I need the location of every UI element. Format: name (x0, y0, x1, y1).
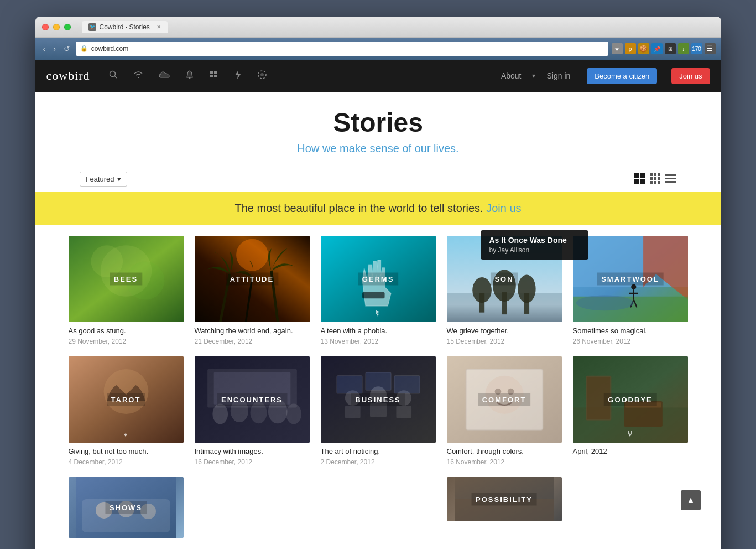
story-card-encounters[interactable]: ENCOUNTERS Intimacy with images. 16 Dece… (195, 356, 310, 466)
story-title-tarot: Giving, but not too much. (69, 447, 184, 457)
grid-large-view-icon[interactable] (634, 173, 646, 185)
tab-favicon: 🐦 (88, 23, 96, 31)
join-us-button[interactable]: Join us (671, 68, 710, 84)
url-icon: 🔒 (80, 45, 88, 53)
site-logo[interactable]: cowbird (46, 69, 90, 83)
page-subtitle: How we make sense of our lives. (46, 142, 710, 155)
svg-line-1 (114, 76, 117, 79)
ext-blue1-icon[interactable]: 📌 (651, 43, 663, 54)
promo-join-link[interactable]: Join us (486, 202, 521, 214)
story-title-encounters: Intimacy with images. (195, 447, 310, 457)
story-card-comfort[interactable]: COMFORT Comfort, through colors. 16 Nove… (447, 356, 562, 466)
about-link[interactable]: About (501, 71, 522, 80)
nav-bar: cowbird About (35, 60, 721, 92)
promo-banner: The most beautiful place in the world to… (35, 192, 721, 225)
story-card-possibility[interactable]: POSSIBILITY (447, 477, 562, 542)
story-card-goodbye[interactable]: GOODBYE 🎙 April, 2012 (573, 356, 688, 466)
story-title-attitude: Watching the world end, again. (195, 327, 310, 336)
back-button[interactable]: ‹ (41, 43, 48, 54)
story-title-son: We grieve together. (447, 327, 562, 336)
story-title-smartwool: Sometimes so magical. (573, 327, 688, 336)
ext-dark-icon[interactable]: ⊞ (665, 43, 676, 54)
promo-text: The most beautiful place in the world to… (234, 202, 483, 214)
story-card-business[interactable]: BUSINESS The art of noticing. 2 December… (321, 356, 436, 466)
ext-green-icon[interactable]: ↓ (678, 43, 689, 54)
svg-rect-16 (650, 177, 653, 180)
mic-icon-goodbye: 🎙 (627, 429, 634, 438)
story-thumb-shows: SHOWS (69, 477, 184, 538)
story-thumb-possibility: POSSIBILITY (447, 477, 562, 521)
wifi-icon[interactable] (131, 68, 145, 84)
story-thumb-business: BUSINESS (321, 356, 436, 443)
featured-filter-button[interactable]: Featured ▾ (80, 172, 127, 187)
cloud-icon[interactable] (157, 69, 172, 83)
svg-point-8 (260, 73, 264, 76)
become-citizen-button[interactable]: Become a citizen (587, 68, 657, 84)
svg-rect-22 (665, 174, 676, 176)
tooltip-author: by Jay Allison (489, 246, 580, 254)
svg-rect-65 (345, 406, 360, 418)
close-btn[interactable] (42, 24, 49, 30)
filter-bar: Featured ▾ (35, 172, 721, 187)
story-card-shows[interactable]: SHOWS (69, 477, 184, 542)
svg-rect-19 (650, 181, 653, 184)
url-bar[interactable]: 🔒 cowbird.com (76, 42, 608, 56)
story-date-encounters: 16 December, 2012 (195, 458, 310, 466)
svg-rect-39 (479, 293, 484, 313)
bell-icon[interactable] (183, 68, 196, 84)
story-label-goodbye: GOODBYE (603, 393, 656, 406)
tab-close-icon[interactable]: ✕ (157, 24, 161, 30)
url-text: cowbird.com (91, 45, 128, 53)
story-card-attitude[interactable]: ATTITUDE Watching the world end, again. … (195, 236, 310, 345)
svg-rect-14 (654, 173, 656, 176)
grid-icon[interactable] (207, 68, 221, 84)
story-card-smartwool[interactable]: SMARTWOOL Sometimes so magical. 26 Novem… (573, 236, 688, 345)
svg-rect-70 (336, 375, 362, 393)
svg-rect-13 (650, 173, 653, 176)
browser-tab[interactable]: 🐦 Cowbird · Stories ✕ (82, 21, 168, 33)
story-date-comfort: 16 November, 2012 (447, 458, 562, 466)
bolt-icon[interactable] (232, 68, 244, 84)
story-card-bees[interactable]: BEES As good as stung. 29 November, 2012 (69, 236, 184, 345)
search-icon[interactable] (107, 68, 120, 84)
story-title-bees: As good as stung. (69, 327, 184, 336)
minimize-btn[interactable] (53, 24, 60, 30)
bookmark-icon[interactable]: ★ (612, 43, 623, 54)
story-thumb-smartwool: SMARTWOOL (573, 236, 688, 322)
story-label-smartwool: SMARTWOOL (597, 272, 664, 285)
browser-titlebar: 🐦 Cowbird · Stories ✕ (35, 17, 721, 38)
story-card-tarot[interactable]: TAROT 🎙 Giving, but not too much. 4 Dece… (69, 356, 184, 466)
story-label-encounters: ENCOUNTERS (217, 393, 287, 406)
about-chevron[interactable]: ▾ (532, 72, 535, 80)
spinner-icon[interactable] (255, 68, 269, 84)
svg-rect-15 (658, 173, 660, 176)
tooltip-title: As It Once Was Done (489, 236, 580, 245)
signin-button[interactable]: Sign in (546, 71, 570, 80)
svg-rect-72 (394, 375, 419, 393)
story-title-germs: A teen with a phobia. (321, 327, 436, 336)
forward-button[interactable]: › (51, 43, 58, 54)
menu-icon[interactable]: ☰ (705, 43, 716, 54)
svg-rect-6 (214, 75, 217, 77)
svg-point-0 (110, 71, 115, 77)
ext-count-icon[interactable]: 170 (691, 43, 702, 54)
story-date-germs: 13 November, 2012 (321, 338, 436, 345)
svg-rect-18 (658, 177, 660, 180)
list-view-icon[interactable] (665, 173, 677, 185)
refresh-button[interactable]: ↺ (61, 43, 72, 54)
story-title-comfort: Comfort, through colors. (447, 447, 562, 457)
svg-point-52 (576, 295, 633, 310)
grid-small-view-icon[interactable] (649, 173, 661, 185)
ext-emoji-icon[interactable]: 🍪 (638, 43, 649, 54)
scroll-top-button[interactable]: ▲ (681, 490, 701, 510)
story-card-germs[interactable]: GERMS 🎙 A teen with a phobia. 13 Novembe… (321, 236, 436, 345)
story-label-tarot: TAROT (107, 393, 145, 406)
svg-rect-10 (640, 173, 645, 178)
browser-extensions: ★ p 🍪 📌 ⊞ ↓ 170 ☰ (612, 43, 716, 54)
maximize-btn[interactable] (64, 24, 71, 30)
svg-rect-3 (210, 71, 213, 74)
ext-p-icon[interactable]: p (625, 43, 636, 54)
story-date-attitude: 21 December, 2012 (195, 338, 310, 345)
svg-rect-5 (210, 75, 213, 77)
svg-rect-71 (365, 372, 390, 390)
